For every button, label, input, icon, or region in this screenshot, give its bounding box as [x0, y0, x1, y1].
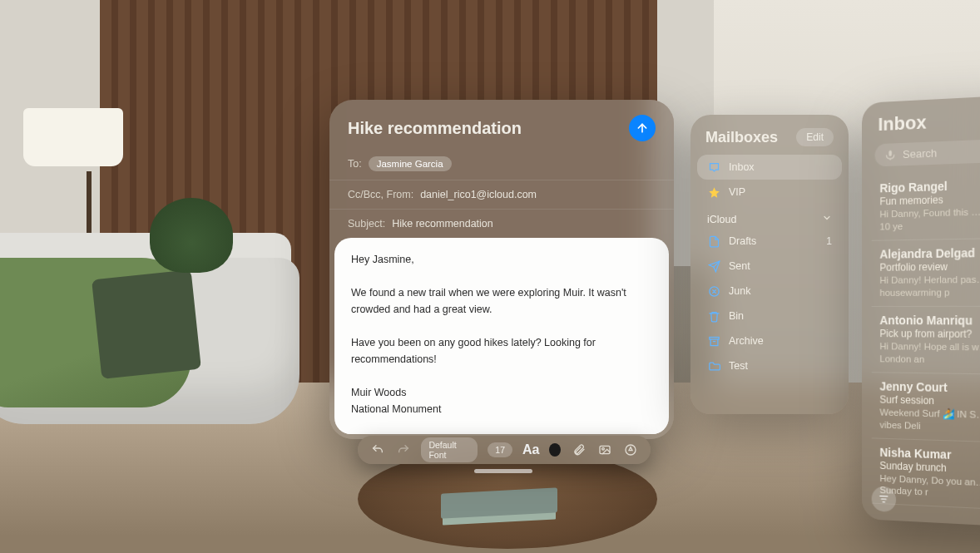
attach-button[interactable]	[571, 441, 587, 459]
message-preview: Hi Danny, Found this … believe it's been…	[879, 204, 980, 234]
mailbox-label: Test	[729, 360, 748, 372]
junk-icon	[707, 284, 720, 298]
font-family-button[interactable]: Default Font	[421, 437, 478, 462]
message-sender: Alejandra Delgad	[879, 244, 980, 261]
microphone-icon	[884, 149, 896, 161]
mailbox-label: VIP	[729, 186, 745, 198]
window-grabber[interactable]	[474, 469, 532, 473]
mailboxes-title: Mailboxes	[705, 129, 778, 146]
markup-button[interactable]	[623, 441, 639, 459]
to-label: To:	[348, 158, 362, 170]
inbox-panel: Inbox Search Rigo RangelFun memoriesHi D…	[862, 91, 980, 531]
inbox-title: Inbox	[872, 105, 980, 143]
mailbox-label: Drafts	[729, 235, 756, 247]
text-format-button[interactable]: Aa	[522, 442, 539, 457]
mailbox-item-archive[interactable]: Archive	[697, 328, 842, 353]
redo-icon	[397, 443, 410, 457]
message-item[interactable]: Alejandra DelgadPortfolio reviewHi Danny…	[872, 237, 980, 306]
account-name: iCloud	[707, 214, 736, 225]
message-preview: Hi Danny! Hope all is w… home from Londo…	[879, 340, 980, 368]
mailbox-label: Inbox	[729, 161, 755, 173]
plant	[150, 198, 233, 273]
message-preview: Hi Danny! Herland pas… at his housewarmi…	[879, 273, 980, 299]
archive-icon	[707, 334, 720, 348]
inbox-icon	[707, 160, 720, 174]
compose-window: Hike recommendation To: Jasmine Garcia C…	[329, 100, 674, 439]
undo-icon	[371, 443, 384, 457]
mailbox-label: Junk	[729, 285, 750, 297]
cc-from-row[interactable]: Cc/Bcc, From: daniel_rico1@icloud.com	[329, 180, 674, 210]
mailbox-item-sent[interactable]: Sent	[697, 254, 842, 279]
cc-from-label: Cc/Bcc, From:	[348, 189, 413, 200]
arrow-up-icon	[636, 121, 649, 135]
undo-button[interactable]	[369, 441, 385, 459]
redo-button[interactable]	[395, 441, 411, 459]
mailbox-item-drafts[interactable]: Drafts1	[697, 229, 842, 254]
filter-icon	[878, 493, 889, 506]
mailbox-item-junk[interactable]: Junk	[697, 279, 842, 304]
message-preview: Weekend Surf 🏄 IN S… waves Chill vibes D…	[879, 406, 980, 437]
mailbox-label: Sent	[729, 260, 750, 272]
edit-button[interactable]: Edit	[796, 128, 834, 146]
message-item[interactable]: Rigo RangelFun memoriesHi Danny, Found t…	[872, 168, 980, 240]
to-field-row[interactable]: To: Jasmine Garcia	[329, 148, 674, 180]
folder-icon	[707, 359, 720, 373]
message-sender: Antonio Manriqu	[879, 314, 980, 328]
markup-icon	[624, 443, 637, 457]
mailbox-count: 1	[826, 235, 832, 247]
recipient-chip[interactable]: Jasmine Garcia	[369, 156, 452, 171]
photo-icon	[598, 443, 611, 457]
mailbox-item-inbox[interactable]: Inbox	[697, 155, 842, 180]
message-subject: Pick up from airport?	[879, 328, 980, 341]
message-subject: Portfolio review	[879, 259, 980, 274]
chevron-down-icon	[822, 213, 832, 225]
search-placeholder: Search	[903, 146, 937, 160]
pillow	[92, 269, 201, 379]
star-icon	[707, 185, 720, 199]
doc-icon	[707, 235, 720, 248]
svg-point-1	[602, 447, 605, 450]
subject-value: Hike recommendation	[392, 218, 493, 230]
mailboxes-panel: Mailboxes Edit InboxVIP iCloud Drafts1Se…	[690, 115, 849, 414]
account-section-header[interactable]: iCloud	[697, 205, 842, 229]
compose-toolbar: Default Font 17 Aa	[358, 436, 651, 464]
mailbox-item-bin[interactable]: Bin	[697, 304, 842, 328]
mailbox-label: Bin	[729, 310, 744, 322]
trash-icon	[707, 309, 720, 323]
message-item[interactable]: Antonio ManriquPick up from airport?Hi D…	[872, 306, 980, 375]
insert-photo-button[interactable]	[597, 441, 613, 459]
mailbox-item-test[interactable]: Test	[697, 353, 842, 378]
color-swatch-button[interactable]	[549, 443, 561, 457]
font-size-button[interactable]: 17	[488, 442, 512, 457]
mailbox-label: Archive	[729, 335, 764, 347]
compose-title: Hike recommendation	[348, 119, 522, 138]
send-icon	[707, 259, 720, 273]
filter-button[interactable]	[872, 486, 896, 513]
message-item[interactable]: Jenny CourtSurf sessionWeekend Surf 🏄 IN…	[872, 373, 980, 445]
compose-body[interactable]: Hey Jasmine, We found a new trail when w…	[334, 238, 669, 434]
subject-label: Subject:	[348, 218, 385, 230]
mailbox-item-vip[interactable]: VIP	[697, 180, 842, 205]
subject-row[interactable]: Subject: Hike recommendation	[329, 210, 674, 238]
send-button[interactable]	[629, 115, 656, 141]
paperclip-icon	[572, 443, 586, 457]
message-sender: Rigo Rangel	[879, 175, 980, 195]
from-email: daniel_rico1@icloud.com	[420, 189, 537, 200]
